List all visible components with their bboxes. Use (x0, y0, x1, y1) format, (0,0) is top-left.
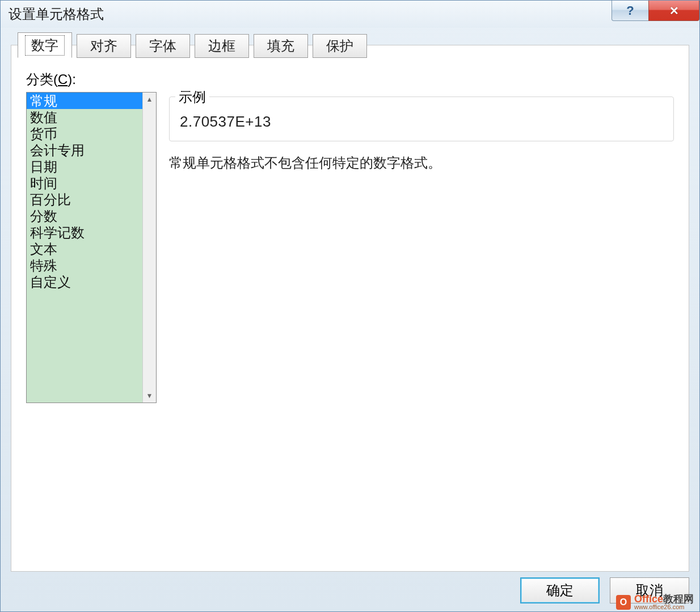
tab-number[interactable]: 数字 (18, 32, 72, 58)
scroll-up-icon[interactable]: ▲ (143, 93, 156, 106)
button-label: 确定 (546, 581, 574, 600)
tab-label: 填充 (267, 37, 294, 55)
close-button[interactable]: ✕ (648, 1, 699, 21)
help-icon: ? (626, 3, 634, 18)
tab-label: 字体 (149, 37, 176, 55)
format-description: 常规单元格格式不包含任何特定的数字格式。 (169, 154, 674, 172)
list-item[interactable]: 常规 (27, 93, 142, 109)
sample-fieldset: 示例 2.70537E+13 (169, 97, 674, 141)
list-item[interactable]: 百分比 (27, 191, 142, 208)
category-label: 分类(C): (26, 70, 674, 89)
tab-font[interactable]: 字体 (136, 34, 190, 58)
list-item[interactable]: 科学记数 (27, 224, 142, 241)
tab-content: 分类(C): 常规 数值 货币 会计专用 日期 时间 百分比 分数 科学记数 文… (11, 45, 689, 572)
watermark-brand: Office (634, 593, 663, 605)
window-buttons: ? ✕ (612, 1, 699, 21)
tab-alignment[interactable]: 对齐 (77, 34, 131, 58)
tab-label: 对齐 (90, 37, 117, 55)
sample-value: 2.70537E+13 (180, 113, 663, 131)
titlebar[interactable]: 设置单元格格式 ? ✕ (1, 1, 699, 28)
list-item[interactable]: 会计专用 (27, 142, 142, 158)
format-cells-dialog: 设置单元格格式 ? ✕ 数字 对齐 字体 边框 填充 保护 分类(C): 常规 (0, 0, 700, 612)
watermark-badge-icon: O (616, 595, 631, 610)
list-item[interactable]: 文本 (27, 241, 142, 257)
list-item[interactable]: 分数 (27, 208, 142, 224)
scroll-down-icon[interactable]: ▼ (143, 389, 156, 403)
help-button[interactable]: ? (612, 1, 649, 21)
dialog-title: 设置单元格格式 (9, 5, 104, 23)
list-item[interactable]: 日期 (27, 158, 142, 175)
tab-label: 数字 (25, 35, 65, 56)
list-item[interactable]: 时间 (27, 175, 142, 191)
sample-legend: 示例 (175, 88, 209, 106)
category-listbox[interactable]: 常规 数值 货币 会计专用 日期 时间 百分比 分数 科学记数 文本 特殊 自定… (26, 92, 157, 403)
close-icon: ✕ (669, 4, 679, 18)
detail-pane: 示例 2.70537E+13 常规单元格格式不包含任何特定的数字格式。 (169, 92, 674, 556)
scrollbar[interactable]: ▲ ▼ (142, 93, 156, 403)
watermark-url: www.office26.com (634, 604, 694, 610)
list-item[interactable]: 特殊 (27, 257, 142, 274)
list-item[interactable]: 自定义 (27, 274, 142, 290)
tab-strip: 数字 对齐 字体 边框 填充 保护 (18, 32, 372, 58)
tab-label: 边框 (208, 37, 235, 55)
watermark-suffix: 教程网 (663, 593, 694, 605)
watermark: O Office教程网 www.office26.com (616, 594, 694, 610)
ok-button[interactable]: 确定 (520, 577, 600, 603)
tab-label: 保护 (326, 37, 353, 55)
list-item[interactable]: 货币 (27, 125, 142, 142)
tab-border[interactable]: 边框 (195, 34, 249, 58)
list-item[interactable]: 数值 (27, 109, 142, 125)
tab-fill[interactable]: 填充 (254, 34, 308, 58)
tab-protection[interactable]: 保护 (313, 34, 367, 58)
category-list[interactable]: 常规 数值 货币 会计专用 日期 时间 百分比 分数 科学记数 文本 特殊 自定… (27, 93, 142, 403)
